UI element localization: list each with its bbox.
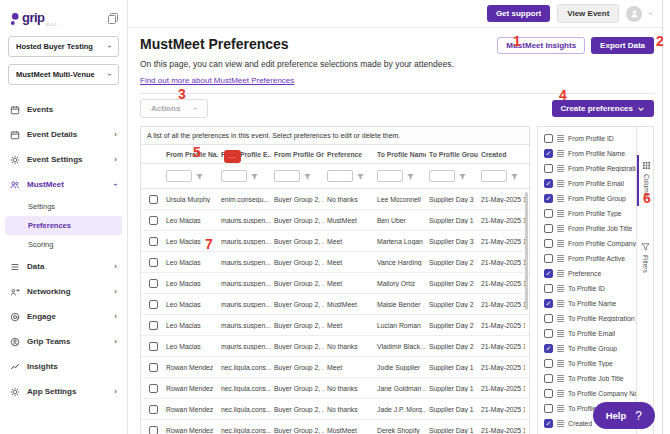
column-header[interactable]: From Profile Na... <box>163 151 218 158</box>
column-toggle-item[interactable]: To Profile Job Title <box>538 371 636 386</box>
column-toggle-checkbox[interactable] <box>544 389 553 398</box>
column-filter-input[interactable] <box>377 170 403 182</box>
event-selector[interactable]: MustMeet Multi-Venue › <box>8 64 119 85</box>
drag-handle-icon[interactable] <box>557 375 564 382</box>
filter-funnel-icon[interactable] <box>356 172 365 181</box>
column-toggle-checkbox[interactable]: ✓ <box>544 179 553 188</box>
get-support-button[interactable]: Get support <box>487 5 550 22</box>
column-toggle-item[interactable]: ✓From Profile Group <box>538 191 636 206</box>
column-toggle-item[interactable]: From Profile Type <box>538 206 636 221</box>
sidebar-item-mustmeet[interactable]: MustMeet › <box>0 172 127 197</box>
drag-handle-icon[interactable] <box>557 165 564 172</box>
drag-handle-icon[interactable] <box>557 360 564 367</box>
column-filter-input[interactable] <box>327 170 353 182</box>
sidebar-item-engage[interactable]: Engage › <box>0 304 127 329</box>
sidebar-item-scoring[interactable]: Scoring <box>0 235 122 254</box>
export-data-button[interactable]: Export Data <box>591 37 654 54</box>
filter-funnel-icon[interactable] <box>195 172 204 181</box>
sidebar-item-event-settings[interactable]: Event Settings › <box>0 147 127 172</box>
drag-handle-icon[interactable] <box>557 330 564 337</box>
column-toggle-item[interactable]: From Profile ID <box>538 131 636 146</box>
column-toggle-item[interactable]: From Profile Job Title <box>538 221 636 236</box>
column-toggle-checkbox[interactable] <box>544 359 553 368</box>
drag-handle-icon[interactable] <box>557 285 564 292</box>
sidebar-item-networking[interactable]: Networking › <box>0 279 127 304</box>
column-toggle-checkbox[interactable] <box>544 134 553 143</box>
avatar[interactable] <box>626 6 642 22</box>
sidebar-item-app-settings[interactable]: App Settings › <box>0 379 127 404</box>
column-toggle-checkbox[interactable] <box>544 164 553 173</box>
column-toggle-item[interactable]: To Profile Registration ID <box>538 311 636 326</box>
drag-handle-icon[interactable] <box>557 225 564 232</box>
column-toggle-item[interactable]: ✓To Profile Group <box>538 341 636 356</box>
sidebar-item-preferences[interactable]: Preferences <box>5 216 122 235</box>
table-scrollbar[interactable] <box>525 192 528 310</box>
column-toggle-item[interactable]: To Profile Company Name <box>538 386 636 401</box>
column-filter-input[interactable] <box>429 170 455 182</box>
filter-funnel-icon[interactable] <box>406 172 415 181</box>
row-checkbox[interactable] <box>149 384 158 393</box>
column-toggle-item[interactable]: ✓From Profile Name <box>538 146 636 161</box>
column-toggle-item[interactable]: To Profile Email <box>538 326 636 341</box>
column-toggle-item[interactable]: To Profile ID <box>538 281 636 296</box>
mustmeet-insights-button[interactable]: MustMeet Insights <box>497 37 585 54</box>
tab-filters[interactable]: Filters <box>637 236 653 279</box>
column-toggle-checkbox[interactable]: ✓ <box>544 269 553 278</box>
column-toggle-checkbox[interactable] <box>544 284 553 293</box>
help-button[interactable]: Help ? <box>593 402 655 429</box>
drag-handle-icon[interactable] <box>557 390 564 397</box>
drag-handle-icon[interactable] <box>557 315 564 322</box>
column-filter-input[interactable] <box>221 170 247 182</box>
column-toggle-checkbox[interactable] <box>544 374 553 383</box>
column-toggle-item[interactable]: ✓Preference <box>538 266 636 281</box>
learn-more-link[interactable]: Find out more about MustMeet Preferences <box>140 76 294 85</box>
column-toggle-checkbox[interactable]: ✓ <box>544 149 553 158</box>
row-checkbox[interactable] <box>149 342 158 351</box>
sidebar-item-insights[interactable]: Insights <box>0 354 127 379</box>
column-toggle-checkbox[interactable]: ✓ <box>544 344 553 353</box>
row-checkbox[interactable] <box>149 321 158 330</box>
column-toggle-checkbox[interactable] <box>544 254 553 263</box>
drag-handle-icon[interactable] <box>557 270 564 277</box>
column-header[interactable]: To Profile Group <box>426 151 478 158</box>
column-filter-input[interactable] <box>274 170 300 182</box>
row-checkbox[interactable] <box>149 279 158 288</box>
column-toggle-checkbox[interactable] <box>544 239 553 248</box>
column-toggle-item[interactable]: ✓From Profile Email <box>538 176 636 191</box>
drag-handle-icon[interactable] <box>557 345 564 352</box>
sidebar-item-events[interactable]: Events <box>0 97 127 122</box>
column-toggle-checkbox[interactable] <box>544 404 553 413</box>
column-toggle-item[interactable]: From Profile Registration ID <box>538 161 636 176</box>
column-toggle-checkbox[interactable] <box>544 209 553 218</box>
drag-handle-icon[interactable] <box>557 150 564 157</box>
column-header[interactable]: Created <box>478 151 525 158</box>
drag-handle-icon[interactable] <box>557 210 564 217</box>
column-toggle-item[interactable]: To Profile Type <box>538 356 636 371</box>
column-toggle-checkbox[interactable]: ✓ <box>544 194 553 203</box>
drag-handle-icon[interactable] <box>557 135 564 142</box>
sidebar-item-data[interactable]: Data › <box>0 254 127 279</box>
column-toggle-checkbox[interactable]: ✓ <box>544 299 553 308</box>
column-toggle-item[interactable]: ✓To Profile Name <box>538 296 636 311</box>
column-header[interactable]: To Profile Name <box>374 151 426 158</box>
workspace-selector[interactable]: Hosted Buyer Testing › <box>8 36 119 57</box>
drag-handle-icon[interactable] <box>557 195 564 202</box>
sidebar-item-grip-teams[interactable]: Grip Teams › <box>0 329 127 354</box>
chevron-down-icon[interactable]: › <box>646 12 655 15</box>
row-checkbox[interactable] <box>149 426 158 434</box>
drag-handle-icon[interactable] <box>557 240 564 247</box>
column-toggle-checkbox[interactable] <box>544 314 553 323</box>
drag-handle-icon[interactable] <box>557 420 564 427</box>
column-toggle-item[interactable]: From Profile Active <box>538 251 636 266</box>
copy-icon[interactable] <box>107 12 119 24</box>
column-toggle-checkbox[interactable]: ✓ <box>544 419 553 428</box>
column-header[interactable]: Preference <box>324 151 374 158</box>
row-checkbox[interactable] <box>149 195 158 204</box>
row-checkbox[interactable] <box>149 237 158 246</box>
column-toggle-checkbox[interactable] <box>544 224 553 233</box>
filter-funnel-icon[interactable] <box>458 172 467 181</box>
row-checkbox[interactable] <box>149 216 158 225</box>
column-header[interactable]: From Profile Gr... <box>271 151 324 158</box>
sidebar-item-event-details[interactable]: Event Details › <box>0 122 127 147</box>
drag-handle-icon[interactable] <box>557 300 564 307</box>
